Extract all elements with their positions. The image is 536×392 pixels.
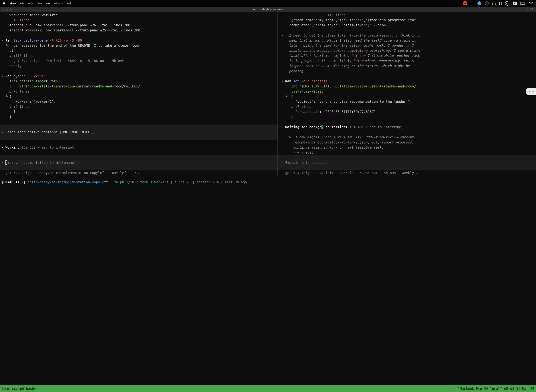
menubar: Slack File Edit View Go Window Help 61 A [0,0,536,7]
terminal-line: ↳ 1 new msg(s): read $OMX_TEAM_STATE_ROO… [278,135,536,140]
text-segment: Waiting for backgr [285,125,321,129]
terminal-line: "worker": "worker-1", [0,99,278,104]
text-segment: mprove documentation in @filename [7,160,74,165]
tmux-session: workspace_mode: worktree … +9 lines insp… [0,13,536,177]
dots-grid-icon[interactable] [492,2,496,5]
terminal-line: at [0,48,278,53]
terminal-line: continue assigned work or next feasible … [278,145,536,150]
terminal-line: • I need to get the claim token from the… [278,33,536,38]
text-segment: "subject": "send a concise recommendatio… [281,100,412,103]
terminal-empty-area [0,187,536,385]
text-segment: (6m 38s • esc to interrupt) [19,145,76,149]
battery-percent-circle[interactable]: 61 [505,1,509,6]
text-segment: turns:20 | session:23m | last:3m ago [174,180,247,184]
text-segment: | [168,180,174,184]
window-title: omx --xhigh --madmax [253,8,283,11]
screen-recording-indicator[interactable] [463,1,467,5]
terminal-line: later. Using the same for transition mig… [278,43,536,48]
prompt-input-row[interactable]: › Ralph loop active continue [OMX_TMUX_I… [0,125,278,140]
terminal-line: p = Path('.omx/state/team/review-current… [0,84,278,89]
terminal-line: … +9 lines [0,18,278,23]
menubar-status-icons: 61 A [463,1,536,6]
terminal-line: should send a message before completing … [278,48,536,53]
text-segment: ↳ [281,135,293,139]
text-segment: readme-and-reco/mailbox/worker-1.json, a… [281,140,414,144]
terminal-line: } [0,114,278,119]
menu-file[interactable]: File [20,2,24,5]
menubar-left: Slack File Edit View Go Window Help [0,2,72,5]
menu-window[interactable]: Window [54,2,63,5]
text-segment: cat "$OMX_TEAM_STATE_ROOT/team/review-cu… [281,84,416,88]
text-segment: "worker": "worker-1", [1,100,56,103]
terminal-line: "subject": "send a concise recommendatio… [278,99,536,104]
text-segment: pending. [281,69,305,73]
text-segment: › [1,130,5,135]
terminal-line: • Working (6m 38s • esc to interrupt) [0,145,278,150]
text-segment: -euo pipefail [299,79,327,83]
text-segment: "completed","claim_token":"claim-token"}… [281,23,386,27]
wifi-icon[interactable] [529,2,533,5]
text-segment: weekly … [1,64,25,68]
screen-overlay-tooltip: Scre [526,88,536,95]
tmux-host-clock: "MacBook-Pro-44.local" 05:03 31-Mar-26 [458,387,534,391]
text-segment: └ [281,94,289,98]
menu-go[interactable]: Go [46,2,50,5]
window-titlebar[interactable]: × omx --xhigh --madmax ⌥⌘1 [0,7,536,13]
text-segment: workspace_mode: worktree [1,13,58,17]
battery-icon[interactable] [520,2,526,5]
menu-help[interactable]: Help [67,2,72,5]
text-segment: … +3 lines [1,89,29,93]
terminal-line: readme-and-reco/mailbox/worker-1.json, a… [278,140,536,145]
text-segment: } [281,115,293,119]
terminal-line: tasks/task-2.json" [278,89,536,94]
menu-app-name[interactable]: Slack [9,2,16,5]
text-segment: cczip/essay/ai-reimplementation-copyleft [28,180,108,184]
text-segment: › [1,160,5,165]
zoom-button[interactable] [10,9,12,11]
text-segment: from pathlib import Path [1,79,58,83]
prompt-input-row[interactable]: › Explain this codebase [278,155,536,170]
text-segment: Ran [5,38,11,42]
terminal-line: cat "$OMX_TEAM_STATE_ROOT/team/review-cu… [278,84,536,89]
text-segment: • [281,79,285,83]
text-segment: gpt-5.4 xhigh · essay/ai-reimplementatio… [1,171,140,175]
terminal-line: } [278,114,536,119]
text-segment: › [281,160,285,165]
menu-edit[interactable]: Edit [28,2,33,5]
terminal-line: '{"team_name":"my-team","task_id":"1","f… [278,18,536,23]
text-segment: 1 new msg(s): read $OMX_TEAM_STATE_ROOT/… [293,135,416,139]
close-button[interactable]: × [2,9,5,11]
terminal-line: pending. [278,69,536,74]
menu-view[interactable]: View [37,2,42,5]
text-segment: └ [1,44,10,47]
minimize-button[interactable] [6,9,8,11]
display-icon[interactable] [499,2,502,5]
text-segment: … +7 lines [281,105,311,108]
text-segment: set [291,79,299,83]
terminal-line: "created_at": "2026-03-31T11:59:27.816Z" [278,109,536,114]
text-segment: { [289,94,293,98]
terminal-line: ⌥ + ↑ edit [278,150,536,155]
text-segment: continue assigned work or next feasible … [281,145,384,149]
terminal-line: inspect_worker-1: omx sparkshell --tmux-… [0,28,278,33]
prompt-input-row[interactable]: › Improve documentation in @filename [0,155,278,170]
text-segment: Explain this codebase [285,160,327,165]
text-segment: Ralph loop active continue [OMX_TMUX_INJ… [5,130,94,135]
window-grid-icon[interactable] [470,2,474,5]
text-segment: ralph:1/10 [114,180,134,184]
omx-status-line: [OMX#0.11.9] cczip/essay/ai-reimplementa… [0,177,536,187]
terminal-line: … +3 lines [0,89,278,94]
apple-menu-icon[interactable] [3,2,5,5]
terminal-line: … +16 lines [278,13,536,18]
terminal-line: from pathlib import Path [0,79,278,84]
terminal-line: … +7 lines [278,104,536,109]
text-segment: should send a message before completing … [281,49,420,52]
dark-app-icon[interactable] [485,1,489,5]
text-segment: I [5,160,7,165]
tmux-status-bar: [omx-cczip0:bash* "MacBook-Pro-44.local"… [0,385,536,392]
tmux-pane-left[interactable]: workspace_mode: worktree … +9 lines insp… [0,13,278,177]
blue-app-icon[interactable] [478,1,481,5]
input-source-icon[interactable]: A [513,2,517,5]
terminal-line: • Waiting for background terminal (3m 46… [278,125,536,130]
tmux-pane-right[interactable]: … +16 lines '{"team_name":"my-team","tas… [278,13,536,177]
